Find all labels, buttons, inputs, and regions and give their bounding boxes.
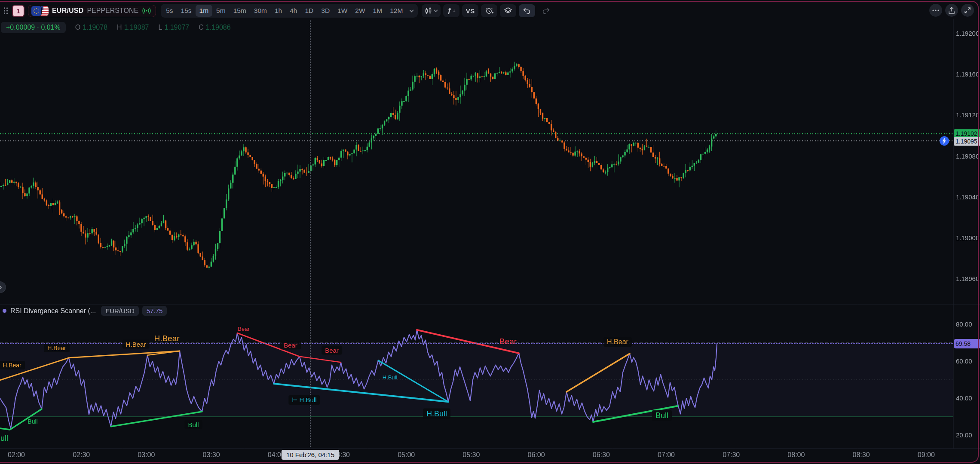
time-axis-label: 08:30 [853, 451, 870, 459]
main-toolbar: 1 EUR/USD PEPPERSTONE 5s15s1m5m15m30m1h4… [3, 3, 557, 18]
close-label: C [199, 24, 204, 31]
price-change-badge: +0.00009 · 0.01% [1, 22, 66, 33]
open-value: 1.19078 [83, 24, 107, 31]
timeframe-4h[interactable]: 4h [286, 5, 301, 17]
rsi-axis-label: 20.00 [956, 431, 972, 439]
timeframe-2W[interactable]: 2W [351, 5, 369, 17]
price-scale[interactable]: 1.192001.191601.191201.190801.190401.190… [953, 19, 980, 449]
more-button[interactable] [929, 4, 942, 17]
timeframe-1M[interactable]: 1M [369, 5, 386, 17]
timeframe-dropdown-chevron-icon[interactable] [407, 5, 416, 17]
indicator-value-badge: 57.75 [142, 306, 167, 316]
indicators-button[interactable]: ƒ+ [443, 4, 459, 17]
divergence-label: ⊢ H.Bull [288, 395, 320, 405]
divergence-label: Bear [322, 346, 342, 355]
price-axis-label: 1.18960 [956, 275, 979, 282]
divergence-label: Bull [652, 410, 672, 421]
low-value: 1.19077 [164, 24, 189, 31]
time-axis-label: 05:00 [398, 451, 415, 459]
redo-button[interactable] [538, 4, 554, 17]
indicator-title: RSI Divergence Scanner (... [10, 307, 96, 315]
chart-type-button[interactable] [422, 4, 441, 17]
compare-button[interactable]: VS [462, 4, 478, 17]
divergence-labels-layer: H.BearH.BearH.BearH.BearBearBearBearBear… [0, 0, 980, 464]
timeframe-1h[interactable]: 1h [271, 5, 286, 17]
low-label: L [158, 24, 162, 31]
divergence-label: Bear [499, 337, 517, 346]
high-value: 1.19087 [124, 24, 149, 31]
timeframe-1m[interactable]: 1m [196, 5, 213, 17]
price-axis-label: 1.19120 [956, 111, 979, 119]
divergence-label: Bear [280, 341, 301, 350]
rsi-axis-label: 80.00 [956, 321, 972, 328]
indicator-symbol-badge: EUR/USD [101, 306, 139, 316]
symbol-name: EUR/USD [52, 7, 83, 15]
rsi-indicator-header[interactable]: RSI Divergence Scanner (... EUR/USD 57.7… [3, 306, 170, 316]
divergence-label: Bull [0, 433, 8, 443]
eu-flag-icon [31, 6, 41, 16]
undo-button[interactable] [519, 4, 535, 17]
timeframe-12M[interactable]: 12M [386, 5, 407, 17]
time-scale[interactable]: 02:0002:3003:0003:3004:0004:3005:0005:30… [0, 449, 980, 463]
time-axis-label: 08:00 [787, 451, 805, 459]
close-value: 1.19086 [206, 24, 231, 31]
open-label: O [75, 24, 80, 31]
time-axis-label: 06:30 [593, 451, 610, 459]
time-axis-label: 05:30 [462, 451, 480, 459]
rsi-axis-label: 40.00 [956, 394, 972, 402]
divergence-label: H.Bear [122, 340, 150, 349]
price-axis-label: 1.19080 [956, 153, 979, 160]
time-axis-label: 02:00 [8, 451, 25, 459]
indicators-icon: ƒ [447, 6, 451, 15]
high-label: H [117, 24, 122, 31]
timeframe-15s[interactable]: 15s [177, 5, 196, 17]
toolbar-right-group [929, 4, 974, 17]
time-axis-label: 02:30 [73, 451, 90, 459]
divergence-label: H.Bull [383, 374, 398, 380]
timeframe-5m[interactable]: 5m [212, 5, 230, 17]
time-axis-label: 09:00 [918, 451, 935, 459]
alert-button[interactable] [481, 4, 497, 17]
timeframe-3D[interactable]: 3D [317, 5, 334, 17]
timeframe-1D[interactable]: 1D [301, 5, 317, 17]
divergence-label: H.Bear [44, 344, 70, 352]
chart-number-badge[interactable]: 1 [12, 5, 24, 17]
crosshair-time-label: 10 Feb'26, 04:15 [282, 450, 339, 460]
broker-name: PEPPERSTONE [87, 7, 138, 15]
divergence-label: H.Bear [603, 337, 632, 347]
divergence-label: H.Bull [423, 409, 450, 419]
publish-button[interactable] [945, 4, 958, 17]
divergence-label: H.Bear [154, 334, 179, 343]
broadcast-icon [142, 7, 151, 15]
fullscreen-button[interactable] [961, 4, 974, 17]
price-axis-label: 1.19000 [956, 234, 979, 241]
timeframe-1W[interactable]: 1W [334, 5, 351, 17]
rsi-value-badge: 69.58 [954, 339, 980, 348]
prev-close-badge: 1.19095 [954, 137, 980, 146]
price-info-row: +0.00009 · 0.01% O1.19078 H1.19087 L1.19… [1, 22, 231, 33]
indicator-dot-icon [3, 309, 6, 313]
symbol-button[interactable]: EUR/USD PEPPERSTONE [28, 5, 156, 17]
layers-button[interactable] [500, 4, 516, 17]
price-axis-label: 1.19160 [956, 70, 979, 78]
divergence-label: Bull [184, 420, 202, 429]
price-axis-label: 1.19200 [956, 30, 979, 37]
time-axis-label: 07:30 [723, 451, 740, 459]
divergence-label: Bear [238, 325, 249, 332]
time-axis-label: 03:30 [203, 451, 220, 459]
chart-window: 1 EUR/USD PEPPERSTONE 5s15s1m5m15m30m1h4… [0, 0, 980, 464]
price-axis-label: 1.19040 [956, 193, 979, 201]
timeframe-group: 5s15s1m5m15m30m1h4h1D3D1W2W1M12M [161, 4, 418, 18]
divergence-label: Bull [28, 418, 37, 425]
time-axis-label: 03:00 [138, 451, 155, 459]
divergence-label: H.Bear [0, 361, 25, 369]
timeframe-30m[interactable]: 30m [250, 5, 271, 17]
rsi-axis-label: 60.00 [956, 357, 972, 365]
instant-trade-button[interactable] [940, 136, 949, 146]
toolbar-grip-icon[interactable] [3, 6, 9, 15]
timeframe-15m[interactable]: 15m [230, 5, 250, 17]
time-axis-label: 07:00 [658, 451, 675, 459]
timeframe-5s[interactable]: 5s [162, 5, 177, 17]
time-axis-label: 06:00 [528, 451, 545, 459]
